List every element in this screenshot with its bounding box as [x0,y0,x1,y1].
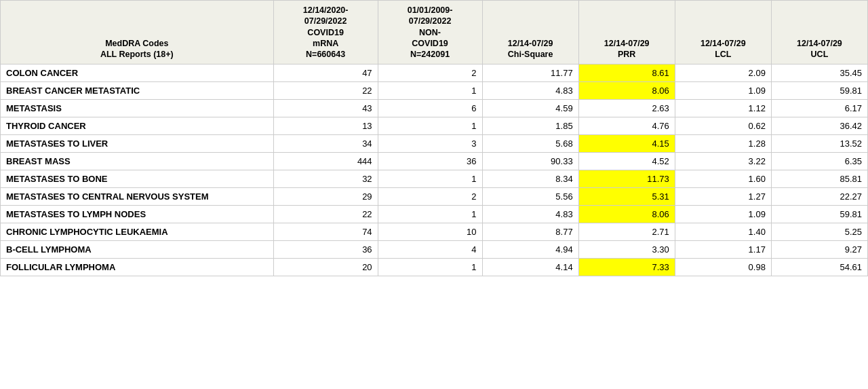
cell-prr: 8.06 [578,206,675,223]
cell-meddra-name: METASTASES TO CENTRAL NERVOUS SYSTEM [1,188,274,206]
cell-meddra-name: METASTASES TO BONE [1,170,274,188]
cell-meddra-name: METASTASES TO LIVER [1,135,274,153]
cell-meddra-name: FOLLICULAR LYMPHOMA [1,259,274,276]
cell-chisquare: 4.83 [482,82,578,100]
cell-prr: 8.61 [578,64,675,82]
table-row: METASTASES TO LYMPH NODES2214.838.061.09… [1,206,868,223]
cell-prr: 5.31 [578,188,675,206]
table-row: METASTASIS4364.592.631.126.17 [1,100,868,117]
header-chisq: 12/14-07/29Chi-Square [482,1,578,64]
cell-noncovid-count: 10 [378,223,482,241]
main-table-container: MedDRA CodesALL Reports (18+) 12/14/2020… [0,0,868,276]
cell-covid-count: 47 [273,64,378,82]
cell-lcl: 1.12 [675,100,771,117]
cell-ucl: 22.27 [771,188,867,206]
table-row: METASTASES TO LIVER3435.684.151.2813.52 [1,135,868,153]
header-meddra-label: MedDRA CodesALL Reports (18+) [100,39,174,59]
cell-ucl: 5.25 [771,223,867,241]
cell-prr: 11.73 [578,170,675,188]
cell-lcl: 1.60 [675,170,771,188]
table-row: BREAST CANCER METASTATIC2214.838.061.095… [1,82,868,100]
cell-meddra-name: METASTASES TO LYMPH NODES [1,206,274,223]
cell-lcl: 1.40 [675,223,771,241]
header-prr: 12/14-07/29PRR [578,1,675,64]
cell-covid-count: 22 [273,206,378,223]
cell-chisquare: 4.59 [482,100,578,117]
cell-prr: 2.71 [578,223,675,241]
header-ucl: 12/14-07/29UCL [771,1,867,64]
cell-chisquare: 8.77 [482,223,578,241]
cell-noncovid-count: 1 [378,82,482,100]
header-ucl-label: 12/14-07/29UCL [797,39,842,59]
cell-noncovid-count: 2 [378,64,482,82]
cell-noncovid-count: 1 [378,170,482,188]
table-row: METASTASES TO CENTRAL NERVOUS SYSTEM2925… [1,188,868,206]
cell-prr: 3.30 [578,241,675,259]
table-row: COLON CANCER47211.778.612.0935.45 [1,64,868,82]
cell-covid-count: 13 [273,117,378,135]
table-row: THYROID CANCER1311.854.760.6236.42 [1,117,868,135]
cell-meddra-name: CHRONIC LYMPHOCYTIC LEUKAEMIA [1,223,274,241]
header-meddra: MedDRA CodesALL Reports (18+) [1,1,274,64]
cell-chisquare: 1.85 [482,117,578,135]
cell-covid-count: 29 [273,188,378,206]
cell-ucl: 35.45 [771,64,867,82]
cell-lcl: 0.62 [675,117,771,135]
cell-chisquare: 5.68 [482,135,578,153]
cell-meddra-name: BREAST MASS [1,153,274,170]
cell-chisquare: 4.94 [482,241,578,259]
cell-prr: 2.63 [578,100,675,117]
cell-prr: 4.52 [578,153,675,170]
cell-lcl: 1.28 [675,135,771,153]
cell-noncovid-count: 1 [378,117,482,135]
cell-noncovid-count: 1 [378,259,482,276]
cell-chisquare: 11.77 [482,64,578,82]
cell-lcl: 3.22 [675,153,771,170]
header-covid: 12/14/2020-07/29/2022COVID19mRNAN=660643 [273,1,378,64]
table-row: BREAST MASS4443690.334.523.226.35 [1,153,868,170]
cell-covid-count: 444 [273,153,378,170]
cell-ucl: 6.17 [771,100,867,117]
cell-noncovid-count: 1 [378,206,482,223]
cell-lcl: 1.09 [675,206,771,223]
cell-meddra-name: METASTASIS [1,100,274,117]
table-row: CHRONIC LYMPHOCYTIC LEUKAEMIA74108.772.7… [1,223,868,241]
header-noncovid: 01/01/2009-07/29/2022NON-COVID19N=242091 [378,1,482,64]
header-lcl-label: 12/14-07/29LCL [701,39,746,59]
header-prr-label: 12/14-07/29PRR [604,39,650,59]
cell-chisquare: 4.14 [482,259,578,276]
cell-meddra-name: BREAST CANCER METASTATIC [1,82,274,100]
cell-meddra-name: B-CELL LYMPHOMA [1,241,274,259]
table-row: METASTASES TO BONE3218.3411.731.6085.81 [1,170,868,188]
cell-ucl: 59.81 [771,206,867,223]
cell-prr: 4.15 [578,135,675,153]
header-chisq-label: 12/14-07/29Chi-Square [508,39,553,59]
cell-prr: 8.06 [578,82,675,100]
table-row: FOLLICULAR LYMPHOMA2014.147.330.9854.61 [1,259,868,276]
cell-lcl: 1.17 [675,241,771,259]
cell-covid-count: 20 [273,259,378,276]
cell-noncovid-count: 6 [378,100,482,117]
table-row: B-CELL LYMPHOMA3644.943.301.179.27 [1,241,868,259]
cell-ucl: 9.27 [771,241,867,259]
cell-covid-count: 22 [273,82,378,100]
cell-ucl: 36.42 [771,117,867,135]
cell-noncovid-count: 3 [378,135,482,153]
cell-covid-count: 34 [273,135,378,153]
cell-ucl: 13.52 [771,135,867,153]
header-covid-label: 12/14/2020-07/29/2022COVID19mRNAN=660643 [303,5,349,59]
cell-covid-count: 36 [273,241,378,259]
cell-prr: 7.33 [578,259,675,276]
cell-covid-count: 74 [273,223,378,241]
cell-covid-count: 43 [273,100,378,117]
cell-chisquare: 90.33 [482,153,578,170]
data-table: MedDRA CodesALL Reports (18+) 12/14/2020… [0,0,868,276]
cell-noncovid-count: 4 [378,241,482,259]
cell-lcl: 1.09 [675,82,771,100]
cell-lcl: 0.98 [675,259,771,276]
cell-prr: 4.76 [578,117,675,135]
cell-ucl: 6.35 [771,153,867,170]
cell-ucl: 85.81 [771,170,867,188]
cell-chisquare: 4.83 [482,206,578,223]
cell-meddra-name: COLON CANCER [1,64,274,82]
